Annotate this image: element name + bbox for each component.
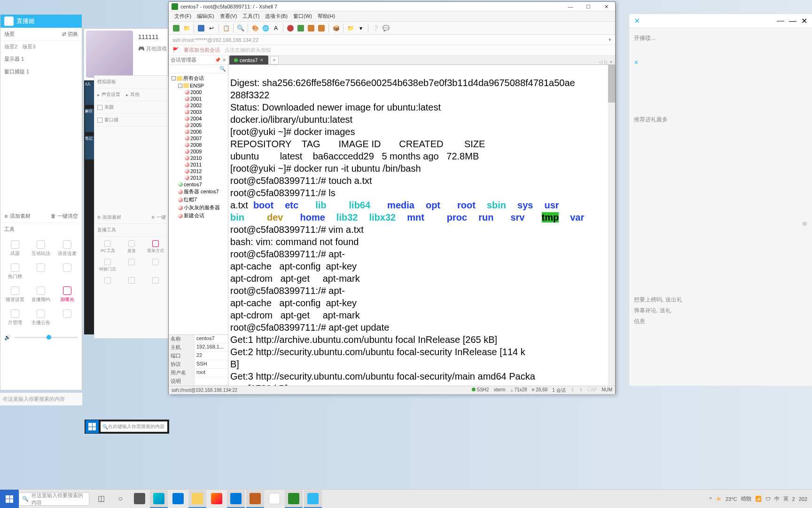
titlebar[interactable]: centos7 - root@c5fa08399711: / - Xshell … [169,2,615,11]
stream-option[interactable]: ▸ 声音设置 ▸ 其他 [94,88,169,101]
taskbar-search-input[interactable]: 🔍 在这里输入你要搜索的内容 [19,492,89,506]
bili-add-material[interactable]: ⊕ 添加素材 [4,213,31,220]
bili-tool[interactable]: 片管理 [2,307,28,329]
bili-tool[interactable]: 互动玩法 [29,238,54,260]
menu-file[interactable]: 文件(F) [172,12,194,21]
bili-tool[interactable]: 热门榜 [2,261,28,283]
tool-button[interactable]: ▾ [356,24,366,33]
open-button[interactable]: 📁 [182,24,191,33]
session-item[interactable]: 2013 [170,175,227,181]
task-view-button[interactable]: ◫ [92,490,110,508]
stop-button[interactable] [286,24,295,33]
disconnect-button[interactable]: ↩ [207,24,216,33]
close-button[interactable]: ✕ [597,2,615,11]
stream-tool[interactable] [144,275,167,286]
menu-edit[interactable]: 编辑(E) [194,12,217,21]
minimize-icon[interactable]: — [789,17,796,25]
start-button[interactable] [0,490,19,508]
tool-button[interactable]: 📦 [331,24,341,33]
bili-tool[interactable]: 直播预约 [29,284,54,306]
session-item[interactable]: 2001 [170,95,227,102]
session-item[interactable]: 新建会话 [170,212,227,220]
settings-icon[interactable]: ⚙ [634,219,807,229]
mini-search-input[interactable]: 🔍 在此键输入你需搜索的内容 [101,421,167,432]
bili-source-capture[interactable]: 窗口捕捉 1 [0,65,82,78]
taskbar-app[interactable] [304,490,322,508]
pin-icon[interactable]: 📌 [215,57,220,63]
session-item[interactable]: 2012 [170,168,227,175]
terminal-output[interactable]: Digest: sha256:626ffe58f6e7566e00254b638… [228,65,615,386]
bili-tool[interactable]: 加曝光 [55,284,80,306]
bili-source-display[interactable]: 显示器 1 [0,53,82,65]
color-button[interactable]: 🎨 [250,24,260,33]
stream-tool[interactable]: 菜单方式 [144,238,167,256]
globe-button[interactable]: 🌐 [261,24,270,33]
tray-date[interactable]: 202 [799,496,807,502]
session-item[interactable]: 红帽7 [170,196,227,204]
taskbar-app[interactable] [246,490,264,508]
stream-tool[interactable]: 特效门店 [96,257,119,274]
session-item[interactable]: 2011 [170,161,227,168]
taskbar-app-xshell[interactable] [285,490,303,508]
copy-button[interactable]: 📋 [221,24,231,33]
session-item[interactable]: 小灰灰的服务器 [170,204,227,212]
session-root[interactable]: -所有会话 [170,74,227,82]
tray-ime[interactable]: 英 [783,495,789,502]
stream-tool[interactable] [120,275,143,286]
session-item[interactable]: 2000 [170,89,227,95]
gift-icon[interactable]: ✕ [634,58,807,67]
bili-switch-button[interactable]: ⇄ 切换 [62,31,78,38]
session-item[interactable]: 2008 [170,142,227,148]
menu-window[interactable]: 窗口(W) [290,12,315,21]
taskbar-app-mail[interactable] [169,490,187,508]
bili-search-input[interactable]: 在这里输入你要搜索的内容 [0,393,82,405]
help-button[interactable]: ❔ [371,24,380,33]
mini-start-button[interactable] [86,420,99,433]
reconnect-button[interactable] [196,24,206,33]
taskbar-app[interactable] [265,490,283,508]
menu-icon[interactable] [777,21,784,22]
new-session-button[interactable] [172,24,181,33]
close-icon[interactable]: ✕ [222,57,226,63]
address-bar[interactable]: ssh://root:******@192.168.198.134:22 ▾ [169,35,615,45]
tray-app-icon[interactable]: 📶 [755,496,762,502]
taskbar-app-edge[interactable] [150,490,168,508]
session-item[interactable]: 2004 [170,115,227,122]
menu-tab[interactable]: 选项卡(B) [262,12,290,21]
session-item[interactable]: 2003 [170,109,227,115]
tab-nav-next[interactable]: ▷ [604,59,608,64]
tab-list-button[interactable]: ▾ [610,59,612,64]
bili-tool[interactable]: 主播公告 [29,307,54,329]
menu-view[interactable]: 查看(V) [217,12,240,21]
bili-clear-button[interactable]: 🗑 一键清空 [51,213,78,220]
session-item-active[interactable]: centos7 [170,181,227,188]
stream-category[interactable]: 🎮 其他游戏 [138,45,167,52]
session-item[interactable]: 2007 [170,135,227,142]
bili-tool[interactable] [55,307,80,329]
bili-tool[interactable] [55,261,80,283]
terminal-tab-active[interactable]: centos7 ✕ [229,56,268,64]
session-item[interactable]: 2010 [170,155,227,161]
taskbar-app[interactable] [227,490,245,508]
session-item[interactable]: 2006 [170,128,227,135]
stream-checkbox-option[interactable]: 窗口捕 [94,114,169,127]
font-button[interactable]: A [271,24,281,33]
bili-scene-tab[interactable]: 场景2 [4,43,17,50]
bili-tool[interactable]: 武器 [2,238,28,260]
session-item[interactable]: 2002 [170,102,227,109]
tool-button[interactable] [306,24,316,33]
taskbar-app-firefox[interactable] [208,490,226,508]
session-item[interactable]: 2005 [170,122,227,128]
lock-button[interactable] [296,24,305,33]
session-item[interactable]: 2009 [170,148,227,155]
cortana-button[interactable]: ○ [111,490,129,508]
terminal-scrollbar[interactable] [608,65,615,386]
bili-tool[interactable]: 语音连麦 [55,238,80,260]
maximize-button[interactable]: ☐ [579,2,597,11]
tool-button[interactable]: 📁 [346,24,355,33]
session-search[interactable]: 🔍 [169,65,228,73]
new-tab-button[interactable]: + [270,56,279,64]
menu-help[interactable]: 帮助(H) [315,12,338,21]
bili-tool[interactable]: 频道设置 [2,284,28,306]
tray-time[interactable]: 2 [792,496,795,502]
